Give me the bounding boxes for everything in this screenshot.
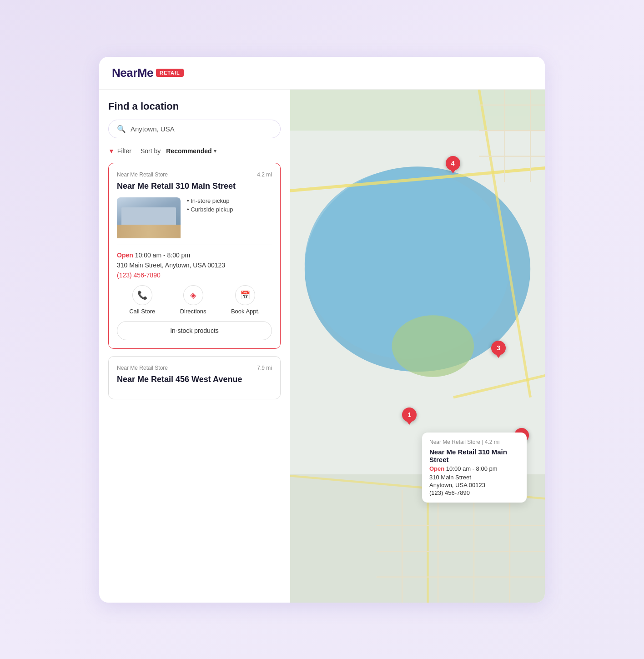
calendar-icon: 📅 [235,285,255,305]
filter-bar: ▼ Filter Sort by Recommended ▾ [108,147,281,155]
store-name-1: Near Me Retail 310 Main Street [117,181,272,191]
map-popup: Near Me Retail Store | 4.2 mi Near Me Re… [422,433,527,503]
directions-button[interactable]: ◈ Directions [180,285,206,315]
book-appt-button[interactable]: 📅 Book Appt. [231,285,260,315]
search-bar: 🔍 [108,120,281,138]
popup-hours-text: 10:00 am - 8:00 pm [446,465,498,472]
card-header-1: Near Me Retail Store 4.2 mi [117,171,272,178]
chevron-down-icon: ▾ [214,148,216,154]
filter-button[interactable]: ▼ Filter [108,147,131,155]
call-label: Call Store [129,308,155,315]
svg-rect-4 [290,90,545,131]
feature-1: In-store pickup [187,197,233,204]
popup-header: Near Me Retail Store | 4.2 mi [429,439,519,445]
book-label: Book Appt. [231,308,260,315]
popup-address-2: Anytown, USA 00123 [429,482,519,488]
store-distance-2: 7.9 mi [257,365,272,371]
popup-store-name: Near Me Retail 310 Main Street [429,448,519,463]
store-name-2: Near Me Retail 456 West Avenue [117,375,272,384]
main-content: Find a location 🔍 ▼ Filter Sort by Recom… [99,90,545,603]
phone-icon: 📞 [132,285,152,305]
store-image-1 [117,197,181,238]
map-area: 1 2 3 4 Near Me Retail Store | 4.2 mi Ne… [290,90,545,603]
store-card-2: Near Me Retail Store 7.9 mi Near Me Reta… [108,356,281,399]
directions-label: Directions [180,308,206,315]
action-buttons-1: 📞 Call Store ◈ Directions 📅 Book Appt. [117,285,272,315]
left-panel: Find a location 🔍 ▼ Filter Sort by Recom… [99,90,290,603]
store-address-1: 310 Main Street, Anytown, USA 00123 [117,262,272,269]
svg-point-3 [392,315,474,377]
logo-text: NearMe [112,66,153,80]
sort-button[interactable]: Sort by Recommended ▾ [141,147,216,155]
in-stock-label: In-stock products [170,327,219,334]
filter-icon: ▼ [108,147,115,155]
logo: NearMe RETAIL [112,66,532,80]
popup-hours: Open 10:00 am - 8:00 pm [429,465,519,472]
pin-number-1: 1 [408,411,411,418]
card-header-2: Near Me Retail Store 7.9 mi [117,365,272,371]
in-stock-button[interactable]: In-stock products [117,321,272,340]
hours-text-1: 10:00 am - 8:00 pm [135,252,190,259]
search-icon: 🔍 [117,125,126,133]
directions-icon: ◈ [183,285,203,305]
sort-value: Recommended [166,147,211,155]
search-input[interactable] [131,125,272,133]
pin-number-3: 3 [497,344,500,352]
map-pin-4[interactable]: 4 [446,156,460,171]
store-type-2: Near Me Retail Store [117,365,168,371]
card-divider [117,245,272,245]
open-label-1: Open [117,252,133,259]
map-background [290,90,545,603]
logo-badge: RETAIL [156,69,184,77]
page-title: Find a location [108,101,281,112]
sort-prefix: Sort by [141,147,161,155]
call-store-button[interactable]: 📞 Call Store [129,285,155,315]
popup-store-type: Near Me Retail Store [429,439,480,445]
popup-distance: 4.2 mi [485,439,500,445]
store-card-1: Near Me Retail Store 4.2 mi Near Me Reta… [108,163,281,349]
popup-open-label: Open [429,465,444,472]
store-distance-1: 4.2 mi [257,171,272,178]
popup-address-1: 310 Main Street [429,474,519,481]
filter-label: Filter [117,147,131,155]
feature-2: Curbside pickup [187,206,233,213]
header: NearMe RETAIL [99,57,545,90]
pin-number-4: 4 [451,160,455,167]
store-hours-1: Open 10:00 am - 8:00 pm [117,252,272,259]
card-media-1: In-store pickup Curbside pickup [117,197,272,238]
app-container: NearMe RETAIL Find a location 🔍 ▼ Filter… [99,57,545,603]
popup-phone: (123) 456-7890 [429,489,519,496]
store-features-1: In-store pickup Curbside pickup [187,197,233,238]
store-type-1: Near Me Retail Store [117,171,168,178]
store-phone-1[interactable]: (123) 456-7890 [117,272,272,279]
